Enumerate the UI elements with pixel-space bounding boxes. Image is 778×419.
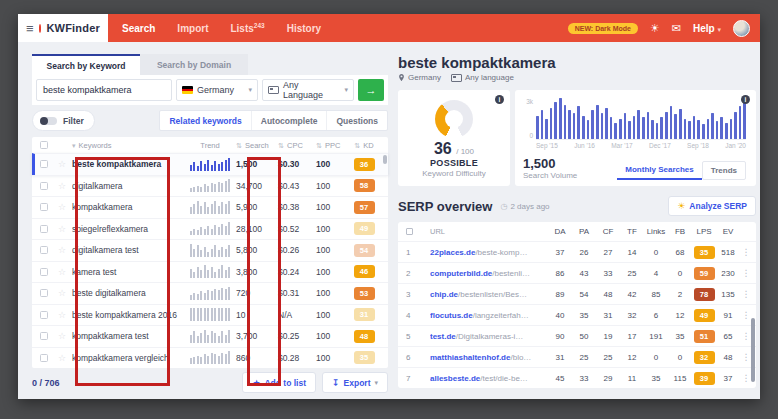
row-checkbox[interactable] bbox=[40, 268, 48, 276]
brand-name[interactable]: KWFinder bbox=[46, 22, 100, 34]
tab-search-by-domain[interactable]: Search by Domain bbox=[140, 54, 248, 75]
export-button[interactable]: ↧Export▾ bbox=[322, 372, 388, 393]
keyword-row[interactable]: digitalkamera 34,700 $0.43 100 58 bbox=[32, 175, 388, 197]
nav-item-lists[interactable]: Lists243 bbox=[230, 22, 264, 34]
serp-url[interactable]: allesbeste.de/test/die-be… bbox=[430, 374, 548, 383]
keyword-row[interactable]: beste kompaktkamera 2016 10 N/A 100 31 bbox=[32, 304, 388, 326]
keyword-row[interactable]: kompaktkamera vergleich 860 $0.28 100 35 bbox=[32, 347, 388, 369]
star-icon[interactable] bbox=[58, 353, 72, 363]
kebab-menu-icon[interactable]: ⋮ bbox=[740, 268, 752, 278]
keyword-row[interactable]: digitalkamera test 5,800 $0.26 100 54 bbox=[32, 239, 388, 261]
country-select[interactable]: Germany ▾ bbox=[176, 79, 258, 101]
ppc-cell: 100 bbox=[316, 331, 346, 341]
col-keywords[interactable]: ▾ Keywords bbox=[72, 141, 184, 150]
hamburger-menu-icon[interactable]: ≡ bbox=[26, 22, 34, 35]
row-checkbox[interactable] bbox=[40, 354, 48, 362]
analyze-serp-button[interactable]: ☀ Analyze SERP bbox=[668, 196, 756, 216]
info-icon[interactable]: i bbox=[741, 95, 750, 104]
info-icon[interactable]: i bbox=[495, 95, 504, 104]
star-icon[interactable] bbox=[58, 267, 72, 277]
serp-row[interactable]: 5 test.de/Digitalkameras-i… 90 50 19 17 … bbox=[398, 325, 756, 346]
col-pa[interactable]: PA bbox=[572, 227, 596, 236]
nav-item-history[interactable]: History bbox=[287, 23, 321, 34]
serp-row[interactable]: 2 computerbild.de/bestenli… 86 43 33 25 … bbox=[398, 262, 756, 283]
serp-row[interactable]: 3 chip.de/bestenlisten/Bes… 89 54 48 42 … bbox=[398, 283, 756, 304]
messages-icon[interactable]: ✉ bbox=[672, 23, 681, 34]
col-da[interactable]: DA bbox=[548, 227, 572, 236]
col-search[interactable]: ⇅ Search bbox=[236, 141, 278, 150]
row-checkbox[interactable] bbox=[40, 203, 48, 211]
star-icon[interactable] bbox=[58, 202, 72, 212]
serp-url[interactable]: matthiashaltenhof.de/blo… bbox=[430, 353, 548, 362]
filter-toggle-button[interactable]: Filter bbox=[32, 110, 95, 131]
col-tf[interactable]: TF bbox=[620, 227, 644, 236]
col-ev[interactable]: EV bbox=[716, 227, 740, 236]
nav-item-import[interactable]: Import bbox=[177, 23, 208, 34]
col-lps[interactable]: LPS bbox=[692, 227, 716, 236]
pa-cell: 35 bbox=[572, 311, 596, 320]
col-links[interactable]: Links bbox=[644, 227, 668, 236]
search-submit-button[interactable]: → bbox=[358, 79, 384, 101]
kwfinder-logo-icon[interactable] bbox=[39, 24, 42, 33]
table-scrollbar[interactable] bbox=[383, 155, 387, 164]
star-icon[interactable] bbox=[58, 288, 72, 298]
serp-url[interactable]: flocutus.de/langzeiterfah… bbox=[430, 311, 548, 320]
serp-row[interactable]: 1 22places.de/beste-komp… 37 26 27 14 0 … bbox=[398, 241, 756, 262]
row-checkbox[interactable] bbox=[40, 289, 48, 297]
lps-badge: 35 bbox=[694, 246, 715, 259]
dark-mode-sun-icon[interactable]: ☀ bbox=[650, 23, 660, 34]
add-to-list-button[interactable]: ★Add to list bbox=[242, 372, 316, 393]
keyword-row[interactable]: beste digitalkamera 720 $0.31 100 53 bbox=[32, 282, 388, 304]
serp-row[interactable]: 6 matthiashaltenhof.de/blo… 31 25 25 12 … bbox=[398, 346, 756, 367]
user-avatar[interactable] bbox=[733, 20, 750, 37]
select-all-checkbox[interactable] bbox=[40, 141, 48, 149]
kebab-menu-icon[interactable]: ⋮ bbox=[740, 247, 752, 257]
trends-tab[interactable]: Trends bbox=[702, 161, 746, 180]
col-url[interactable]: URL bbox=[430, 227, 548, 236]
col-fb[interactable]: FB bbox=[668, 227, 692, 236]
row-checkbox[interactable] bbox=[40, 225, 48, 233]
nav-item-search[interactable]: Search bbox=[122, 23, 155, 34]
row-checkbox[interactable] bbox=[40, 160, 48, 168]
col-kd[interactable]: ⇅ KD bbox=[346, 141, 382, 150]
serp-url[interactable]: 22places.de/beste-komp… bbox=[430, 248, 548, 257]
row-checkbox[interactable] bbox=[40, 332, 48, 340]
serp-url[interactable]: computerbild.de/bestenli… bbox=[430, 269, 548, 278]
tab-autocomplete[interactable]: Autocomplete bbox=[251, 111, 327, 130]
star-icon[interactable] bbox=[58, 224, 72, 234]
tab-related-keywords[interactable]: Related keywords bbox=[160, 111, 250, 130]
keyword-row[interactable]: beste kompaktkamera 1,500 $0.30 100 36 bbox=[32, 153, 388, 175]
keyword-row[interactable]: kompaktkamera test 3,700 $0.25 100 48 bbox=[32, 325, 388, 347]
row-checkbox[interactable] bbox=[40, 182, 48, 190]
serp-url[interactable]: chip.de/bestenlisten/Bes… bbox=[430, 290, 548, 299]
dark-mode-badge[interactable]: NEW: Dark Mode bbox=[568, 23, 638, 34]
keyword-cell: digitalkamera bbox=[72, 181, 184, 191]
star-icon[interactable] bbox=[58, 331, 72, 341]
monthly-searches-tab[interactable]: Monthly Searches bbox=[617, 161, 701, 180]
kebab-menu-icon[interactable]: ⋮ bbox=[740, 289, 752, 299]
keyword-row[interactable]: kompaktkamera 5,900 $0.38 100 57 bbox=[32, 196, 388, 218]
keyword-row[interactable]: kamera test 3,800 $0.24 100 46 bbox=[32, 261, 388, 283]
serp-url[interactable]: test.de/Digitalkameras-i… bbox=[430, 332, 548, 341]
serp-scrollbar[interactable] bbox=[751, 318, 755, 382]
col-cf[interactable]: CF bbox=[596, 227, 620, 236]
tab-questions[interactable]: Questions bbox=[326, 111, 387, 130]
language-select[interactable]: Any Language ▾ bbox=[262, 79, 354, 101]
keyword-row[interactable]: spiegelreflexkamera 28,100 $0.52 100 49 bbox=[32, 218, 388, 240]
serp-row[interactable]: 4 flocutus.de/langzeiterfah… 40 35 31 32… bbox=[398, 304, 756, 325]
keyword-input[interactable]: beste kompaktkamera bbox=[36, 79, 172, 101]
serp-row[interactable]: 7 allesbeste.de/test/die-be… 45 33 29 11… bbox=[398, 367, 756, 388]
star-icon[interactable] bbox=[58, 159, 72, 169]
star-icon[interactable] bbox=[58, 310, 72, 320]
expand-icon[interactable] bbox=[406, 228, 413, 235]
serp-rank: 2 bbox=[406, 269, 430, 278]
row-checkbox[interactable] bbox=[40, 246, 48, 254]
tab-search-by-keyword[interactable]: Search by Keyword bbox=[32, 54, 140, 75]
star-icon[interactable] bbox=[58, 245, 72, 255]
star-icon[interactable] bbox=[58, 181, 72, 191]
help-menu[interactable]: Help ▾ bbox=[693, 23, 721, 34]
row-checkbox[interactable] bbox=[40, 311, 48, 319]
col-ppc[interactable]: ⇅ PPC bbox=[316, 141, 346, 150]
col-cpc[interactable]: ⇅ CPC bbox=[278, 141, 316, 150]
filter-toggle-switch[interactable] bbox=[40, 117, 57, 125]
